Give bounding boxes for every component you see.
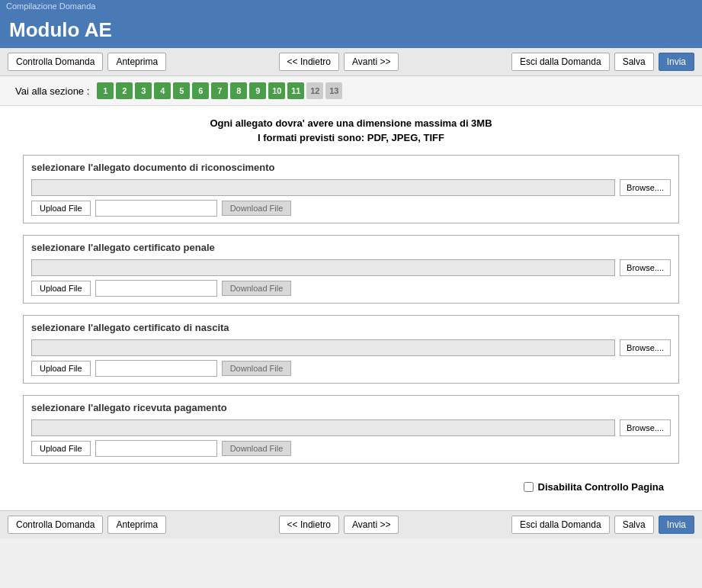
nav-num-6[interactable]: 6 [192,82,209,99]
nav-num-10[interactable]: 10 [268,82,285,99]
browse-button-4[interactable]: Browse.... [620,419,671,436]
salva-button-top[interactable]: Salva [614,53,654,71]
salva-button-bottom[interactable]: Salva [614,516,654,534]
invia-button-bottom[interactable]: Invia [659,516,694,534]
nav-num-5[interactable]: 5 [173,82,190,99]
anteprima-button-top[interactable]: Anteprima [107,53,166,71]
indietro-button-top[interactable]: << Indietro [279,53,339,71]
controlla-domanda-button-bottom[interactable]: Controlla Domanda [8,516,103,534]
download-input-2[interactable] [95,280,217,297]
nav-num-1[interactable]: 1 [97,82,114,99]
main-content: Ogni allegato dovra' avere una dimension… [0,106,702,510]
top-toolbar: Controlla Domanda Anteprima << Indietro … [0,48,702,76]
browse-input-4[interactable] [31,419,615,436]
nav-label: Vai alla sezione : [15,85,89,97]
header: Modulo AE [0,12,702,48]
upload-button-1[interactable]: Upload File [31,201,91,216]
upload-button-4[interactable]: Upload File [31,441,91,456]
disable-row: Disabilita Controllo Pagina [23,475,679,499]
nav-section: Vai alla sezione : 1 2 3 4 5 6 7 8 9 10 … [0,76,702,106]
download-button-2[interactable]: Download File [222,281,292,296]
nav-num-7[interactable]: 7 [211,82,228,99]
avanti-button-bottom[interactable]: Avanti >> [344,516,399,534]
invia-button-top[interactable]: Invia [659,53,694,71]
browse-input-1[interactable] [31,179,615,196]
upload-box-3-title: selezionare l'allegato certificato di na… [31,322,671,333]
nav-num-9[interactable]: 9 [249,82,266,99]
nav-num-11[interactable]: 11 [287,82,304,99]
nav-num-8[interactable]: 8 [230,82,247,99]
nav-numbers: 1 2 3 4 5 6 7 8 9 10 11 12 13 [97,82,342,99]
download-input-4[interactable] [95,440,217,457]
info-line1: Ogni allegato dovra' avere una dimension… [23,117,679,129]
bottom-toolbar: Controlla Domanda Anteprima << Indietro … [0,510,702,538]
upload-box-4-title: selezionare l'allegato ricevuta pagament… [31,402,671,413]
download-button-1[interactable]: Download File [222,201,292,216]
anteprima-button-bottom[interactable]: Anteprima [107,516,166,534]
indietro-button-bottom[interactable]: << Indietro [279,516,339,534]
upload-box-1-title: selezionare l'allegato documento di rico… [31,162,671,173]
nav-num-4[interactable]: 4 [154,82,171,99]
upload-box-4: selezionare l'allegato ricevuta pagament… [23,395,679,464]
browse-button-2[interactable]: Browse.... [620,259,671,276]
nav-num-3[interactable]: 3 [135,82,152,99]
controlla-domanda-button-top[interactable]: Controlla Domanda [8,53,103,71]
download-input-3[interactable] [95,360,217,377]
upload-box-2: selezionare l'allegato certificato penal… [23,235,679,304]
disabilita-label: Disabilita Controllo Pagina [538,481,664,493]
upload-box-2-title: selezionare l'allegato certificato penal… [31,242,671,253]
upload-box-1: selezionare l'allegato documento di rico… [23,155,679,223]
download-input-1[interactable] [95,200,217,217]
top-bar-label: Compilazione Domanda [6,2,95,11]
esci-button-bottom[interactable]: Esci dalla Domanda [511,516,610,534]
upload-button-2[interactable]: Upload File [31,281,91,296]
avanti-button-top[interactable]: Avanti >> [344,53,399,71]
top-bar: Compilazione Domanda [0,0,702,12]
upload-button-3[interactable]: Upload File [31,361,91,376]
nav-num-12[interactable]: 12 [306,82,323,99]
nav-num-13[interactable]: 13 [325,82,342,99]
upload-box-3: selezionare l'allegato certificato di na… [23,315,679,384]
disabilita-checkbox[interactable] [524,482,534,492]
download-button-3[interactable]: Download File [222,361,292,376]
page-title: Modulo AE [9,18,693,42]
browse-button-1[interactable]: Browse.... [620,179,671,196]
info-line2: I formati previsti sono: PDF, JPEG, TIFF [23,132,679,143]
esci-button-top[interactable]: Esci dalla Domanda [511,53,610,71]
browse-input-3[interactable] [31,339,615,356]
download-button-4[interactable]: Download File [222,441,292,456]
nav-num-2[interactable]: 2 [116,82,133,99]
browse-input-2[interactable] [31,259,615,276]
browse-button-3[interactable]: Browse.... [620,339,671,356]
